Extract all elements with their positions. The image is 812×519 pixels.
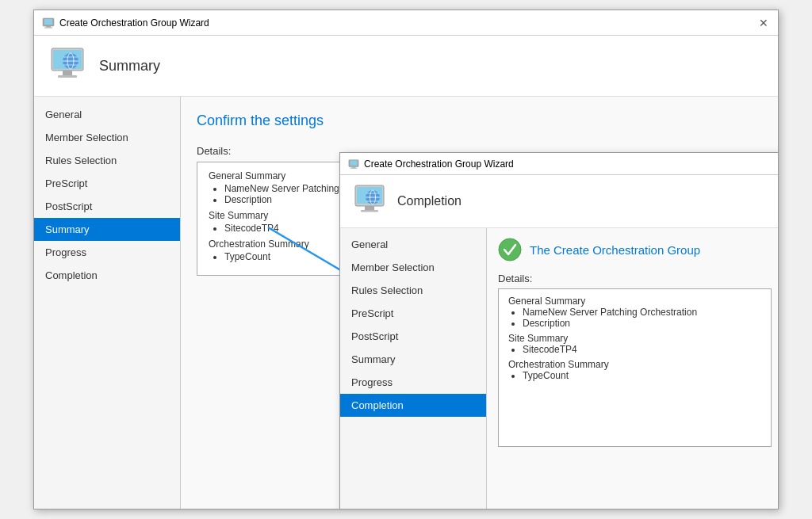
- success-icon: [498, 238, 522, 261]
- title-bar: Create Orchestration Group Wizard ✕: [34, 10, 778, 36]
- svg-rect-7: [58, 75, 77, 78]
- sidebar-item-prescript[interactable]: PreScript: [34, 172, 180, 195]
- main-content: Confirm the settings Details: General Su…: [181, 97, 778, 509]
- overlay-sidebar: General Member Selection Rules Selection…: [340, 228, 487, 509]
- svg-rect-1: [44, 19, 52, 25]
- svg-rect-22: [361, 210, 378, 212]
- overlay-header: Completion: [340, 175, 778, 228]
- sidebar-item-summary[interactable]: Summary: [34, 218, 180, 241]
- overlay-window-icon: [348, 158, 359, 170]
- window-icon: [42, 17, 55, 29]
- overlay-title-text: Create Orchestration Group Wizard: [364, 158, 514, 170]
- sidebar: General Member Selection Rules Selection…: [34, 97, 181, 509]
- overlay-body: General Member Selection Rules Selection…: [340, 228, 778, 509]
- sidebar-item-completion[interactable]: Completion: [34, 264, 180, 287]
- confirm-title: Confirm the settings: [197, 113, 762, 129]
- overlay-sidebar-progress[interactable]: Progress: [340, 371, 486, 394]
- close-button[interactable]: ✕: [757, 17, 770, 29]
- overlay-site-summary-list: SitecodeTP4: [523, 344, 761, 355]
- main-window: Create Orchestration Group Wizard ✕ Summ…: [33, 10, 779, 509]
- sidebar-item-member-selection[interactable]: Member Selection: [34, 126, 180, 149]
- wizard-body: General Member Selection Rules Selection…: [34, 97, 778, 509]
- overlay-sidebar-postscript[interactable]: PostScript: [340, 325, 486, 348]
- overlay-window: Create Orchestration Group Wizard: [339, 152, 778, 509]
- overlay-header-icon: [351, 183, 388, 219]
- overlay-orchestration-summary-title: Orchestration Summary: [508, 359, 761, 370]
- overlay-sidebar-completion[interactable]: Completion: [340, 394, 486, 417]
- svg-point-28: [499, 239, 521, 261]
- overlay-title-left: Create Orchestration Group Wizard: [348, 158, 514, 170]
- overlay-sidebar-prescript[interactable]: PreScript: [340, 302, 486, 325]
- overlay-general-summary-list: NameNew Server Patching Orchestration De…: [523, 307, 761, 329]
- wizard-header-icon: [47, 45, 88, 86]
- title-bar-left: Create Orchestration Group Wizard: [42, 17, 209, 29]
- sidebar-item-general[interactable]: General: [34, 103, 180, 126]
- overlay-header-title: Completion: [397, 194, 462, 208]
- window-title: Create Orchestration Group Wizard: [59, 17, 209, 29]
- sidebar-item-progress[interactable]: Progress: [34, 241, 180, 264]
- overlay-sidebar-rules-selection[interactable]: Rules Selection: [340, 279, 486, 302]
- overlay-main: The Create Orchestration Group Details: …: [487, 228, 778, 509]
- success-header: The Create Orchestration Group: [498, 238, 772, 261]
- overlay-title-bar: Create Orchestration Group Wizard: [340, 153, 778, 175]
- wizard-header-title: Summary: [99, 58, 160, 74]
- overlay-general-summary-item-0: NameNew Server Patching Orchestration: [523, 307, 761, 318]
- overlay-sidebar-member-selection[interactable]: Member Selection: [340, 256, 486, 279]
- svg-rect-2: [46, 26, 51, 28]
- overlay-site-summary-title: Site Summary: [508, 333, 761, 344]
- svg-rect-18: [350, 167, 358, 168]
- svg-rect-21: [365, 206, 374, 210]
- overlay-general-summary-title: General Summary: [508, 296, 761, 307]
- overlay-details-box: General Summary NameNew Server Patching …: [498, 288, 772, 447]
- overlay-general-summary-item-1: Description: [523, 318, 761, 329]
- overlay-site-summary-item-0: SitecodeTP4: [523, 344, 761, 355]
- svg-rect-16: [350, 160, 358, 165]
- svg-rect-17: [351, 166, 355, 167]
- overlay-sidebar-general[interactable]: General: [340, 233, 486, 256]
- overlay-details-label: Details:: [498, 273, 772, 284]
- overlay-orchestration-summary-list: TypeCount: [523, 370, 761, 381]
- svg-rect-3: [44, 27, 52, 28]
- sidebar-item-rules-selection[interactable]: Rules Selection: [34, 149, 180, 172]
- overlay-orchestration-summary-item-0: TypeCount: [523, 370, 761, 381]
- sidebar-item-postscript[interactable]: PostScript: [34, 195, 180, 218]
- overlay-sidebar-summary[interactable]: Summary: [340, 348, 486, 371]
- wizard-header: Summary: [34, 36, 778, 97]
- success-title: The Create Orchestration Group: [530, 243, 700, 257]
- svg-rect-6: [63, 71, 72, 75]
